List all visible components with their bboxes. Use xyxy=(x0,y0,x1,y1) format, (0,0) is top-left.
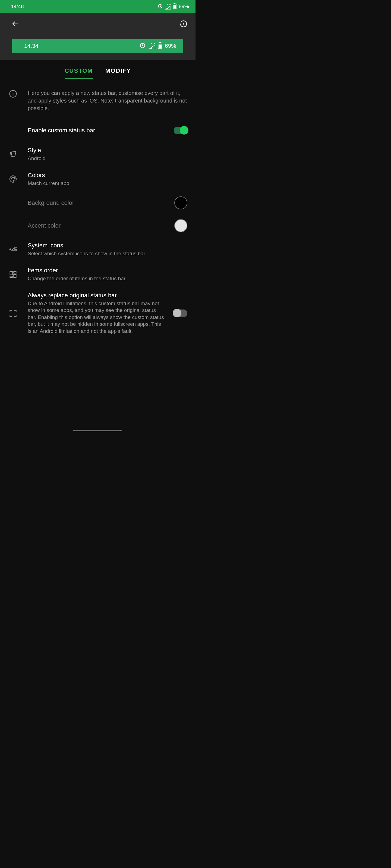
setting-subtitle: Select which system icons to show in the… xyxy=(28,250,187,257)
svg-rect-20 xyxy=(14,271,16,273)
nav-gesture-handle[interactable] xyxy=(73,430,122,431)
info-icon xyxy=(9,90,17,98)
setting-title: Enable custom status bar xyxy=(28,127,165,134)
setting-subtitle: Android xyxy=(28,155,187,162)
svg-rect-8 xyxy=(159,44,162,48)
palette-icon xyxy=(9,175,18,183)
setting-title: Colors xyxy=(28,172,187,179)
cellular-signal-icon: LTE xyxy=(165,3,171,9)
device-status-bar: 14:48 LTE xyxy=(0,0,196,13)
alarm-icon xyxy=(157,3,163,10)
battery-percent: 69% xyxy=(165,42,176,49)
setting-title: Accent color xyxy=(28,222,166,229)
always-replace-switch[interactable] xyxy=(174,310,187,317)
app-header: 14:34 LTE xyxy=(0,13,196,60)
setting-colors[interactable]: Colors Match current app xyxy=(0,167,196,192)
setting-title: Background color xyxy=(28,199,166,207)
setting-background-color[interactable]: Background color xyxy=(0,191,196,214)
dashboard-icon xyxy=(9,271,17,279)
svg-point-14 xyxy=(12,177,13,178)
battery-icon xyxy=(173,3,176,10)
svg-rect-22 xyxy=(10,276,12,278)
svg-point-16 xyxy=(15,179,15,179)
svg-point-13 xyxy=(11,179,12,179)
accent-color-swatch[interactable] xyxy=(174,219,187,232)
setting-title: Style xyxy=(28,147,187,154)
background-color-swatch[interactable] xyxy=(174,196,187,209)
svg-point-4 xyxy=(183,23,185,25)
setting-accent-color[interactable]: Accent color xyxy=(0,214,196,237)
svg-rect-2 xyxy=(174,3,175,4)
setting-system-icons[interactable]: System icons Select which system icons t… xyxy=(0,237,196,262)
svg-point-15 xyxy=(13,177,15,178)
setting-subtitle: Change the order of items in the status … xyxy=(28,275,187,282)
settings-panel: CUSTOM MODIFY Here you can apply a new s… xyxy=(0,60,196,385)
statusbar-preview: 14:34 LTE xyxy=(12,39,183,53)
tab-modify[interactable]: MODIFY xyxy=(105,67,131,79)
info-block: Here you can apply a new status bar, cus… xyxy=(0,79,196,119)
preview-clock: 14:34 xyxy=(24,42,38,49)
restore-history-icon xyxy=(179,20,188,28)
svg-rect-18 xyxy=(16,249,17,250)
setting-items-order[interactable]: Items order Change the order of items in… xyxy=(0,262,196,287)
style-cards-icon xyxy=(8,150,18,159)
setting-title: Items order xyxy=(28,267,187,274)
setting-always-replace[interactable]: Always replace original status bar Due t… xyxy=(0,287,196,340)
enable-switch[interactable] xyxy=(174,127,187,134)
cellular-signal-icon: LTE xyxy=(149,42,155,49)
battery-icon xyxy=(158,42,162,50)
arrow-left-icon xyxy=(11,20,19,28)
setting-subtitle: Due to Android limitations, this custom … xyxy=(28,300,165,335)
info-text: Here you can apply a new status bar, cus… xyxy=(28,89,187,112)
svg-rect-21 xyxy=(14,275,16,278)
system-icons-icon xyxy=(8,247,18,252)
device-clock: 14:48 xyxy=(11,3,24,9)
battery-percent: 69% xyxy=(179,3,189,9)
setting-title: Always replace original status bar xyxy=(28,292,165,299)
alarm-icon xyxy=(139,42,146,50)
setting-title: System icons xyxy=(28,242,187,249)
fullscreen-icon xyxy=(9,309,17,317)
svg-rect-12 xyxy=(11,151,16,157)
setting-enable-custom[interactable]: Enable custom status bar xyxy=(0,119,196,142)
setting-subtitle: Match current app xyxy=(28,180,187,187)
svg-rect-7 xyxy=(159,42,161,42)
setting-style[interactable]: Style Android xyxy=(0,142,196,167)
back-button[interactable] xyxy=(9,18,22,30)
svg-point-11 xyxy=(13,92,13,93)
svg-rect-19 xyxy=(10,271,12,275)
tabstrip: CUSTOM MODIFY xyxy=(0,60,196,79)
tab-custom[interactable]: CUSTOM xyxy=(65,67,93,79)
svg-rect-3 xyxy=(173,5,176,8)
restore-button[interactable] xyxy=(177,18,190,30)
